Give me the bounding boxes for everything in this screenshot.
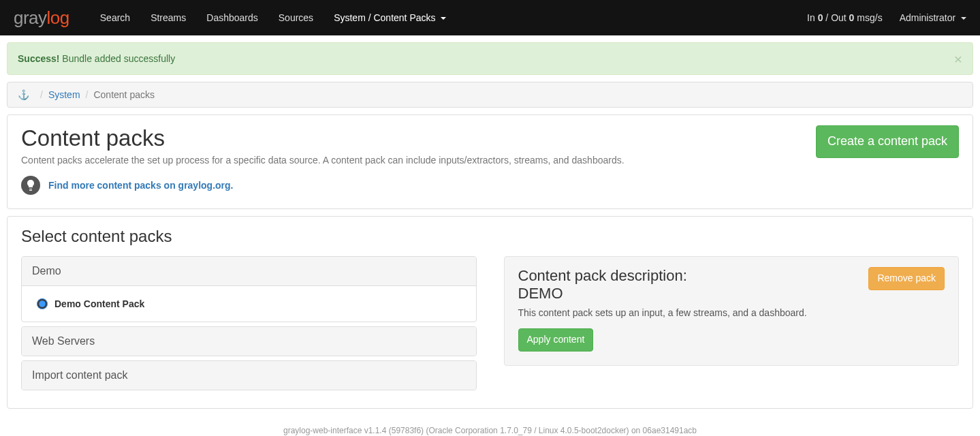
select-title: Select content packs (21, 227, 959, 246)
breadcrumb: ⚓ / System / Content packs (7, 82, 973, 108)
radio-input[interactable] (37, 298, 48, 309)
alert-strong: Success! (18, 53, 59, 64)
create-content-pack-button[interactable]: Create a content pack (816, 125, 959, 158)
nav-system[interactable]: System / Content Packs (323, 12, 456, 23)
description-text: This content pack sets up an input, a fe… (518, 307, 945, 318)
breadcrumb-system[interactable]: System (48, 89, 80, 100)
anchor-icon: ⚓ (18, 89, 29, 100)
alert-text: Bundle added successfully (59, 53, 175, 64)
apply-content-button[interactable]: Apply content (518, 328, 594, 352)
radio-label: Demo Content Pack (54, 298, 144, 309)
nav-dashboards[interactable]: Dashboards (196, 12, 268, 23)
accordion-header-web-servers[interactable]: Web Servers (22, 327, 476, 356)
page-subtitle: Content packs accelerate the set up proc… (21, 155, 625, 166)
lightbulb-icon (21, 176, 40, 195)
admin-menu[interactable]: Administrator (900, 12, 966, 23)
alert-success: Success! Bundle added successfully × (7, 42, 973, 75)
caret-down-icon (961, 17, 966, 20)
accordion-group-import: Import content pack (21, 360, 477, 390)
nav-sources[interactable]: Sources (268, 12, 323, 23)
description-panel: Content pack description: DEMO Remove pa… (504, 256, 960, 366)
accordion-group-web-servers: Web Servers (21, 326, 477, 356)
caret-down-icon (441, 17, 446, 20)
nav-search[interactable]: Search (90, 12, 140, 23)
accordion-header-demo[interactable]: Demo (22, 257, 476, 285)
breadcrumb-current: Content packs (93, 89, 155, 100)
page-title: Content packs (21, 125, 625, 151)
brand-log: log (47, 7, 69, 28)
accordion: Demo Demo Content Pack Web Servers Impor… (21, 256, 477, 394)
find-more-link[interactable]: Find more content packs on graylog.org. (48, 180, 233, 191)
description-heading: Content pack description: DEMO (518, 267, 687, 303)
radio-demo-content-pack[interactable]: Demo Content Pack (37, 298, 461, 309)
page-header-panel: Content packs Content packs accelerate t… (7, 114, 973, 209)
footer: graylog-web-interface v1.1.4 (59783f6) (… (7, 409, 973, 436)
remove-pack-button[interactable]: Remove pack (868, 267, 945, 290)
alert-close-button[interactable]: × (954, 51, 962, 67)
throughput-status: In 0 / Out 0 msg/s (807, 12, 883, 23)
nav-right: In 0 / Out 0 msg/s Administrator (807, 12, 966, 23)
admin-label: Administrator (900, 12, 955, 23)
accordion-header-import[interactable]: Import content pack (22, 361, 476, 390)
accordion-group-demo: Demo Demo Content Pack (21, 256, 477, 322)
nav-system-label: System / Content Packs (334, 12, 435, 23)
nav-streams[interactable]: Streams (140, 12, 196, 23)
brand-logo[interactable]: graylog (14, 7, 69, 29)
accordion-body-demo: Demo Content Pack (22, 285, 476, 322)
nav-links: Search Streams Dashboards Sources System… (90, 12, 807, 23)
select-panel: Select content packs Demo Demo Content P… (7, 216, 973, 409)
navbar: graylog Search Streams Dashboards Source… (0, 0, 980, 35)
brand-gray: gray (14, 7, 47, 28)
